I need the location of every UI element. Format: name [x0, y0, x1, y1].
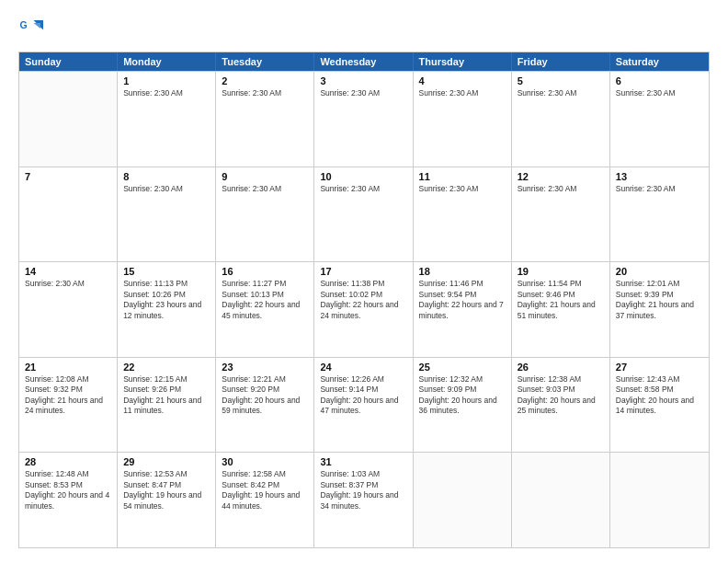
- day-number: 4: [419, 75, 506, 86]
- calendar-cell: 2Sunrise: 2:30 AM: [216, 72, 314, 167]
- day-number: 24: [320, 362, 406, 373]
- day-info: Sunrise: 2:30 AM: [419, 88, 506, 98]
- day-number: 14: [25, 266, 111, 277]
- day-number: 8: [123, 171, 210, 182]
- calendar-cell: 12Sunrise: 2:30 AM: [512, 167, 610, 262]
- calendar-row: 28Sunrise: 12:48 AM Sunset: 8:53 PM Dayl…: [19, 452, 709, 547]
- day-number: 23: [222, 362, 308, 373]
- day-info: Sunrise: 2:30 AM: [518, 184, 604, 194]
- calendar-cell: [414, 453, 512, 547]
- day-info: Sunrise: 2:30 AM: [222, 88, 308, 98]
- day-info: Sunrise: 2:30 AM: [320, 184, 406, 194]
- day-number: 25: [419, 362, 506, 373]
- day-number: 13: [616, 171, 703, 182]
- weekday-header: Sunday: [19, 52, 118, 71]
- day-number: 7: [25, 171, 111, 182]
- calendar-cell: 20Sunrise: 12:01 AM Sunset: 9:39 PM Dayl…: [610, 262, 709, 357]
- calendar-cell: 28Sunrise: 12:48 AM Sunset: 8:53 PM Dayl…: [19, 453, 118, 547]
- day-number: 30: [222, 456, 308, 467]
- day-number: 19: [518, 266, 604, 277]
- calendar-cell: 10Sunrise: 2:30 AM: [314, 167, 413, 262]
- day-number: 10: [320, 171, 406, 182]
- calendar-cell: 9Sunrise: 2:30 AM: [216, 167, 314, 262]
- day-info: Sunrise: 12:08 AM Sunset: 9:32 PM Daylig…: [25, 374, 111, 417]
- calendar-cell: 5Sunrise: 2:30 AM: [512, 72, 610, 167]
- calendar-cell: [512, 453, 610, 547]
- day-info: Sunrise: 11:38 PM Sunset: 10:02 PM Dayli…: [320, 279, 406, 321]
- calendar-cell: 16Sunrise: 11:27 PM Sunset: 10:13 PM Day…: [216, 262, 314, 357]
- calendar-cell: 26Sunrise: 12:38 AM Sunset: 9:03 PM Dayl…: [512, 358, 610, 453]
- day-number: 1: [123, 75, 210, 86]
- logo: G: [18, 15, 50, 42]
- calendar-cell: 29Sunrise: 12:53 AM Sunset: 8:47 PM Dayl…: [118, 453, 216, 547]
- day-number: 27: [616, 362, 703, 373]
- day-info: Sunrise: 12:58 AM Sunset: 8:42 PM Daylig…: [222, 469, 308, 511]
- day-number: 17: [320, 266, 406, 277]
- calendar-cell: 13Sunrise: 2:30 AM: [610, 167, 709, 262]
- calendar-cell: [610, 453, 709, 547]
- calendar-cell: [19, 72, 118, 167]
- day-info: Sunrise: 12:38 AM Sunset: 9:03 PM Daylig…: [518, 374, 604, 417]
- weekday-header: Friday: [512, 52, 610, 71]
- day-number: 20: [616, 266, 703, 277]
- day-number: 21: [25, 362, 111, 373]
- calendar-cell: 15Sunrise: 11:13 PM Sunset: 10:26 PM Day…: [118, 262, 216, 357]
- calendar-row: 1Sunrise: 2:30 AM2Sunrise: 2:30 AM3Sunri…: [19, 71, 709, 167]
- calendar-cell: 11Sunrise: 2:30 AM: [414, 167, 512, 262]
- svg-marker-2: [34, 23, 41, 29]
- calendar-cell: 3Sunrise: 2:30 AM: [314, 72, 413, 167]
- calendar-cell: 1Sunrise: 2:30 AM: [118, 72, 216, 167]
- day-info: Sunrise: 2:30 AM: [222, 184, 308, 194]
- calendar-cell: 22Sunrise: 12:15 AM Sunset: 9:26 PM Dayl…: [118, 358, 216, 453]
- calendar-cell: 27Sunrise: 12:43 AM Sunset: 8:58 PM Dayl…: [610, 358, 709, 453]
- day-number: 22: [123, 362, 210, 373]
- weekday-header: Tuesday: [216, 52, 314, 71]
- day-number: 6: [616, 75, 703, 86]
- calendar-row: 78Sunrise: 2:30 AM9Sunrise: 2:30 AM10Sun…: [19, 167, 709, 262]
- calendar-cell: 25Sunrise: 12:32 AM Sunset: 9:09 PM Dayl…: [414, 358, 512, 453]
- calendar-row: 14Sunrise: 2:30 AM15Sunrise: 11:13 PM Su…: [19, 261, 709, 357]
- logo-icon: G: [18, 15, 46, 42]
- calendar-cell: 21Sunrise: 12:08 AM Sunset: 9:32 PM Dayl…: [19, 358, 118, 453]
- day-number: 18: [419, 266, 506, 277]
- calendar-cell: 31Sunrise: 1:03 AM Sunset: 8:37 PM Dayli…: [314, 453, 413, 547]
- day-number: 5: [518, 75, 604, 86]
- day-info: Sunrise: 2:30 AM: [25, 279, 111, 289]
- day-info: Sunrise: 11:27 PM Sunset: 10:13 PM Dayli…: [222, 279, 308, 321]
- day-info: Sunrise: 11:54 PM Sunset: 9:46 PM Daylig…: [518, 279, 604, 321]
- calendar-cell: 24Sunrise: 12:26 AM Sunset: 9:14 PM Dayl…: [314, 358, 413, 453]
- day-info: Sunrise: 11:46 PM Sunset: 9:54 PM Daylig…: [419, 279, 506, 321]
- day-info: Sunrise: 12:21 AM Sunset: 9:20 PM Daylig…: [222, 374, 308, 417]
- day-info: Sunrise: 1:03 AM Sunset: 8:37 PM Dayligh…: [320, 469, 406, 511]
- day-number: 26: [518, 362, 604, 373]
- day-info: Sunrise: 2:30 AM: [123, 184, 210, 194]
- day-number: 29: [123, 456, 210, 467]
- day-number: 15: [123, 266, 210, 277]
- weekday-header: Saturday: [610, 52, 709, 71]
- calendar-cell: 30Sunrise: 12:58 AM Sunset: 8:42 PM Dayl…: [216, 453, 314, 547]
- calendar-cell: 23Sunrise: 12:21 AM Sunset: 9:20 PM Dayl…: [216, 358, 314, 453]
- weekday-header: Monday: [118, 52, 216, 71]
- day-number: 16: [222, 266, 308, 277]
- day-info: Sunrise: 2:30 AM: [123, 88, 210, 98]
- day-info: Sunrise: 12:26 AM Sunset: 9:14 PM Daylig…: [320, 374, 406, 417]
- day-info: Sunrise: 2:30 AM: [616, 88, 703, 98]
- day-info: Sunrise: 11:13 PM Sunset: 10:26 PM Dayli…: [123, 279, 210, 321]
- day-info: Sunrise: 2:30 AM: [616, 184, 703, 194]
- day-number: 3: [320, 75, 406, 86]
- day-info: Sunrise: 12:15 AM Sunset: 9:26 PM Daylig…: [123, 374, 210, 417]
- weekday-header: Wednesday: [314, 52, 413, 71]
- day-info: Sunrise: 2:30 AM: [320, 88, 406, 98]
- day-number: 28: [25, 456, 111, 467]
- calendar: SundayMondayTuesdayWednesdayThursdayFrid…: [18, 52, 710, 548]
- calendar-cell: 17Sunrise: 11:38 PM Sunset: 10:02 PM Day…: [314, 262, 413, 357]
- day-number: 2: [222, 75, 308, 86]
- day-info: Sunrise: 12:48 AM Sunset: 8:53 PM Daylig…: [25, 469, 111, 511]
- day-number: 9: [222, 171, 308, 182]
- day-info: Sunrise: 2:30 AM: [518, 88, 604, 98]
- calendar-row: 21Sunrise: 12:08 AM Sunset: 9:32 PM Dayl…: [19, 357, 709, 453]
- svg-text:G: G: [20, 19, 28, 30]
- page-header: G: [18, 15, 710, 42]
- calendar-cell: 18Sunrise: 11:46 PM Sunset: 9:54 PM Dayl…: [414, 262, 512, 357]
- calendar-cell: 6Sunrise: 2:30 AM: [610, 72, 709, 167]
